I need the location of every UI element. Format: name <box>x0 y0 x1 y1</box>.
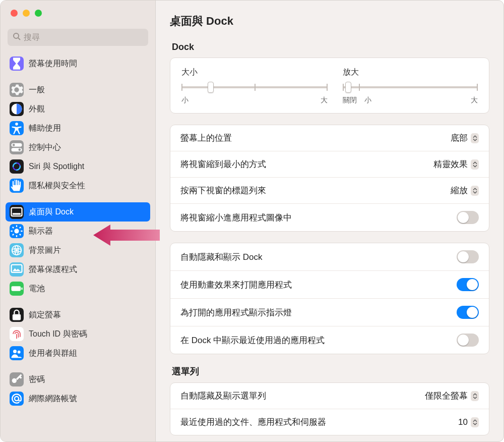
recent-items-select[interactable]: 10 <box>458 417 479 427</box>
sidebar-item-label: 控制中心 <box>29 142 61 153</box>
animate-open-switch[interactable] <box>457 278 479 291</box>
sidebar-item-siri-spotlight[interactable]: Siri 與 Spotlight <box>6 157 150 176</box>
sidebar-item-users-groups[interactable]: 使用者與群組 <box>6 344 150 363</box>
row-autohide: 自動隱藏和顯示 Dock <box>170 243 489 270</box>
siri-icon <box>10 159 24 174</box>
menubar-autohide-select[interactable]: 僅限全螢幕 <box>425 390 479 402</box>
svg-point-32 <box>12 378 17 383</box>
dock-size-slider[interactable]: 大小 小 大 <box>181 67 328 105</box>
battery-icon <box>10 282 24 296</box>
mag-max: 大 <box>471 96 478 105</box>
sidebar-item-passwords[interactable]: 密碼 <box>6 370 150 389</box>
svg-rect-28 <box>21 288 22 290</box>
dock-magnification-slider[interactable]: 放大 關閉 小 大 <box>343 67 478 105</box>
sidebar-item-label: 網際網路帳號 <box>29 394 77 404</box>
sidebar-item-touch-id[interactable]: Touch ID 與密碼 <box>6 324 150 344</box>
svg-rect-27 <box>12 286 21 291</box>
page-title: 桌面與 Dock <box>170 14 489 29</box>
svg-line-1 <box>18 38 20 40</box>
updown-icon <box>471 391 479 401</box>
sidebar-item-privacy-security[interactable]: 隱私權與安全性 <box>6 176 150 195</box>
dock-size-panel: 大小 小 大 放大 <box>170 58 489 114</box>
appearance-icon <box>10 102 24 116</box>
svg-line-20 <box>13 234 14 235</box>
section-dock: Dock <box>172 42 487 52</box>
svg-rect-29 <box>13 314 21 320</box>
autohide-label: 自動隱藏和顯示 Dock <box>180 251 262 263</box>
sidebar-item-label: 外觀 <box>29 104 45 115</box>
svg-point-33 <box>15 397 19 401</box>
show-recents-switch[interactable] <box>457 334 479 347</box>
traffic-lights <box>1 1 155 17</box>
hourglass-icon <box>10 57 24 71</box>
position-select[interactable]: 底部 <box>451 132 479 144</box>
sidebar-item-appearance[interactable]: 外觀 <box>6 99 150 119</box>
hand-icon <box>10 179 24 193</box>
size-max: 大 <box>321 96 328 105</box>
sidebar-item-label: 螢幕保護程式 <box>29 264 77 275</box>
users-icon <box>10 346 24 360</box>
dock-icon <box>10 205 24 219</box>
sidebar-item-label: 顯示器 <box>29 226 53 237</box>
svg-point-13 <box>14 229 19 233</box>
search-input[interactable] <box>24 33 143 42</box>
row-show-recents: 在 Dock 中顯示最近使用過的應用程式 <box>170 326 489 354</box>
sidebar-item-label: 桌面與 Dock <box>29 207 74 217</box>
sidebar-item-accessibility[interactable]: 輔助使用 <box>6 119 150 138</box>
double-click-select[interactable]: 縮放 <box>451 185 479 196</box>
row-double-click: 按兩下視窗的標題列來 縮放 <box>170 177 489 203</box>
fingerprint-icon <box>10 327 24 341</box>
row-recent-items: 最近使用過的文件、應用程式和伺服器 10 <box>170 409 489 435</box>
minimize-effect-select[interactable]: 精靈效果 <box>433 158 479 170</box>
sidebar-item-control-center[interactable]: 控制中心 <box>6 138 150 157</box>
mag-off: 關閉 <box>343 96 357 105</box>
show-indicators-switch[interactable] <box>457 306 479 319</box>
search-icon <box>13 32 24 42</box>
close-button[interactable] <box>11 10 18 17</box>
svg-point-23 <box>16 249 18 252</box>
animate-open-label: 使用動畫效果來打開應用程式 <box>180 279 292 291</box>
sidebar-item-label: 鎖定螢幕 <box>29 310 61 320</box>
minimize-into-icon-switch[interactable] <box>457 211 479 224</box>
mag-track[interactable] <box>343 82 478 92</box>
wallpaper-icon <box>10 243 24 257</box>
key-icon <box>10 372 24 386</box>
row-minimize-into-icon: 將視窗縮小進應用程式圖像中 <box>170 203 489 231</box>
svg-point-30 <box>13 350 17 353</box>
sidebar-item-displays[interactable]: 顯示器 <box>6 222 150 241</box>
sidebar-item-label: 輔助使用 <box>29 123 61 134</box>
updown-icon <box>471 159 479 170</box>
show-indicators-label: 為打開的應用程式顯示指示燈 <box>180 307 292 318</box>
updown-icon <box>471 186 479 196</box>
sidebar-item-label: 隱私權與安全性 <box>29 181 85 191</box>
row-animate-open: 使用動畫效果來打開應用程式 <box>170 270 489 298</box>
svg-line-21 <box>20 227 21 228</box>
minimize-effect-label: 將視窗縮到最小的方式 <box>180 158 266 170</box>
settings-window: 螢幕使用時間一般外觀輔助使用控制中心Siri 與 Spotlight隱私權與安全… <box>0 0 504 442</box>
svg-rect-26 <box>12 265 22 272</box>
row-menubar-autohide: 自動隱藏及顯示選單列 僅限全螢幕 <box>170 383 489 409</box>
sidebar-item-battery[interactable]: 電池 <box>6 279 150 298</box>
sidebar-item-lock-screen[interactable]: 鎖定螢幕 <box>6 305 150 324</box>
row-minimize-effect: 將視窗縮到最小的方式 精靈效果 <box>170 151 489 177</box>
size-label: 大小 <box>181 67 328 78</box>
sidebar-item-desktop-dock[interactable]: 桌面與 Dock <box>6 202 150 222</box>
svg-point-0 <box>14 33 19 38</box>
at-icon <box>10 392 24 406</box>
minimize-button[interactable] <box>23 10 30 17</box>
sidebar-item-label: 密碼 <box>29 374 45 385</box>
sidebar-item-wallpaper[interactable]: 背景圖片 <box>6 241 150 260</box>
svg-point-7 <box>19 148 21 151</box>
search-field[interactable] <box>8 29 148 46</box>
show-recents-label: 在 Dock 中顯示最近使用過的應用程式 <box>180 335 325 346</box>
sidebar-item-screen-time[interactable]: 螢幕使用時間 <box>6 54 150 73</box>
mag-min: 小 <box>364 96 371 105</box>
sidebar-item-screensaver[interactable]: 螢幕保護程式 <box>6 260 150 279</box>
size-min: 小 <box>181 96 188 105</box>
sidebar-item-label: Siri 與 Spotlight <box>29 161 84 172</box>
zoom-button[interactable] <box>35 10 42 17</box>
sidebar-item-general[interactable]: 一般 <box>6 80 150 99</box>
sidebar-item-internet-accounts[interactable]: 網際網路帳號 <box>6 389 150 408</box>
autohide-switch[interactable] <box>457 250 479 263</box>
size-track[interactable] <box>181 82 328 92</box>
